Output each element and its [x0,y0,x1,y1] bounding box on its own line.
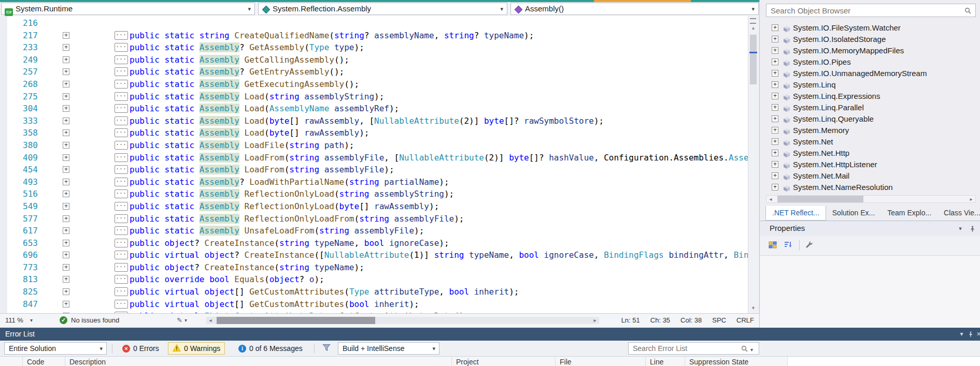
tree-item[interactable]: +System.Memory [760,125,980,136]
scope-dropdown[interactable]: Entire Solution ▾ [4,342,107,355]
collapsed-comment-box[interactable]: ··· [115,165,128,174]
outline-expand-icon[interactable]: + [63,32,69,39]
character-indicator[interactable]: Ch: 35 [650,316,670,324]
member-dropdown[interactable]: Assembly() ▾ [510,3,759,15]
code-line[interactable]: 617+···public static Assembly UnsafeLoad… [0,225,748,237]
expand-icon[interactable]: + [772,138,778,145]
source-dropdown[interactable]: Build + IntelliSense ▾ [338,342,439,355]
tree-item[interactable]: +System.IO.IsolatedStorage [760,34,980,45]
properties-title-bar[interactable]: Properties ▾ [760,221,980,236]
messages-filter-button[interactable]: i 0 of 6 Messages [234,342,307,355]
pin-icon[interactable] [966,328,975,341]
code-line[interactable]: 333+···public static Assembly Load(byte[… [0,115,748,127]
outline-expand-icon[interactable]: + [63,288,69,295]
collapsed-comment-box[interactable]: ··· [115,80,128,89]
expand-icon[interactable]: + [772,24,778,31]
tool-window-tab[interactable]: Class Vie... [938,206,980,221]
search-input[interactable] [766,4,976,17]
outline-expand-icon[interactable]: + [63,68,69,75]
tree-horizontal-scrollbar[interactable]: ◂ ▸ [766,195,976,203]
editor-vertical-scrollbar[interactable]: ▲ ▼ [748,16,758,313]
code-line[interactable]: 380+···public static Assembly LoadFile(s… [0,139,748,152]
line-ending-indicator[interactable]: CRLF [736,316,754,324]
tree-item[interactable]: +System.Linq.Expressions [760,91,980,102]
tree-item[interactable]: +System.IO.MemoryMappedFiles [760,45,980,56]
outline-expand-icon[interactable]: + [63,215,69,222]
tree-item[interactable]: +System.Net.HttpListener [760,159,980,170]
expand-icon[interactable]: + [772,172,778,179]
outline-expand-icon[interactable]: + [63,44,69,51]
code-line[interactable]: 847+···public virtual object[] GetCustom… [0,298,748,311]
collapsed-comment-box[interactable]: ··· [115,287,128,296]
scrollbar-thumb[interactable] [750,35,757,84]
expand-icon[interactable]: + [772,58,778,65]
outline-expand-icon[interactable]: + [63,154,69,161]
collapsed-comment-box[interactable]: ··· [115,189,128,198]
tree-item[interactable]: +System.IO.UnmanagedMemoryStream [760,68,980,79]
code-line[interactable]: 813+···public override bool Equals(objec… [0,273,748,286]
close-icon[interactable]: × [974,328,980,341]
collapsed-comment-box[interactable]: ··· [115,153,128,162]
window-menu-icon[interactable]: ▾ [956,221,965,236]
code-line[interactable]: 653+···public object? CreateInstance(str… [0,237,748,250]
column-header[interactable]: Project [452,357,556,366]
expand-icon[interactable]: + [772,47,778,54]
code-line[interactable]: 696+···public virtual object? CreateInst… [0,249,748,261]
sort-alphabetical-button[interactable] [783,241,794,251]
collapsed-comment-box[interactable]: ··· [115,300,128,309]
tree-item[interactable]: +System.Net.NameResolution [760,182,980,193]
expand-icon[interactable]: + [772,184,778,191]
outline-expand-icon[interactable]: + [63,252,69,258]
expand-icon[interactable]: + [772,104,778,111]
code-line[interactable]: 454+···public static Assembly LoadFrom(s… [0,164,748,176]
collapsed-comment-box[interactable]: ··· [115,55,128,64]
tool-window-tab[interactable]: Team Explo... [881,206,938,221]
editor-horizontal-scrollbar[interactable]: ◂ ▸ [206,317,599,324]
code-line[interactable]: 409+···public static Assembly LoadFrom(s… [0,152,748,164]
scrollbar-thumb[interactable] [217,317,375,324]
tool-window-tab[interactable]: .NET Reflect... [765,206,826,221]
filter-button[interactable] [320,342,333,355]
outline-expand-icon[interactable]: + [63,56,69,63]
errors-filter-button[interactable]: × 0 Errors [118,342,163,355]
scroll-left-icon[interactable]: ◂ [206,317,215,324]
collapsed-comment-box[interactable]: ··· [115,251,128,259]
collapsed-comment-box[interactable]: ··· [115,275,128,284]
tree-item[interactable]: +System.Net.Mail [760,170,980,182]
tree-item[interactable]: +System.Linq.Parallel [760,102,980,113]
categorized-button[interactable] [767,241,778,251]
tree-item[interactable]: +System.Linq [760,79,980,91]
error-list-search-input[interactable] [628,342,759,355]
indentation-indicator[interactable]: SPC [712,316,726,324]
outline-expand-icon[interactable]: + [63,93,69,100]
scroll-right-icon[interactable]: ▸ [591,317,599,324]
collapsed-comment-box[interactable]: ··· [115,202,128,211]
outline-expand-icon[interactable]: + [63,105,69,112]
expand-icon[interactable]: + [772,115,778,122]
expand-icon[interactable]: + [772,70,778,77]
tree-item[interactable]: +System.Net.Http [760,148,980,159]
tree-item[interactable]: +System.IO.FileSystem.Watcher [760,22,980,34]
type-dropdown[interactable]: System.Reflection.Assembly ▾ [258,3,507,15]
expand-icon[interactable]: + [772,93,778,99]
code-line[interactable]: 358+···public static Assembly Load(byte[… [0,127,748,139]
expand-icon[interactable]: + [772,36,778,42]
code-line[interactable]: 493+···public static Assembly? LoadWithP… [0,176,748,188]
line-indicator[interactable]: Ln: 51 [621,316,640,324]
collapsed-comment-box[interactable]: ··· [115,239,128,247]
outline-expand-icon[interactable]: + [63,118,69,124]
outline-expand-icon[interactable]: + [63,166,69,173]
code-line[interactable]: 773+···public object? CreateInstance(str… [0,261,748,274]
collapsed-comment-box[interactable]: ··· [115,67,128,76]
property-pages-button[interactable] [803,241,815,251]
code-line[interactable]: 257+···public static Assembly? GetEntryA… [0,66,748,78]
outline-expand-icon[interactable]: + [63,179,69,185]
scroll-down-icon[interactable]: ▼ [748,304,758,312]
collapsed-comment-box[interactable]: ··· [115,214,128,223]
outline-expand-icon[interactable]: + [63,191,69,197]
tree-item[interactable]: +System.Net [760,136,980,148]
column-indicator[interactable]: Col: 38 [680,316,702,324]
collapsed-comment-box[interactable]: ··· [115,178,128,186]
scroll-left-icon[interactable]: ◂ [766,196,775,203]
code-line[interactable]: 268+···public static Assembly GetExecuti… [0,78,748,91]
